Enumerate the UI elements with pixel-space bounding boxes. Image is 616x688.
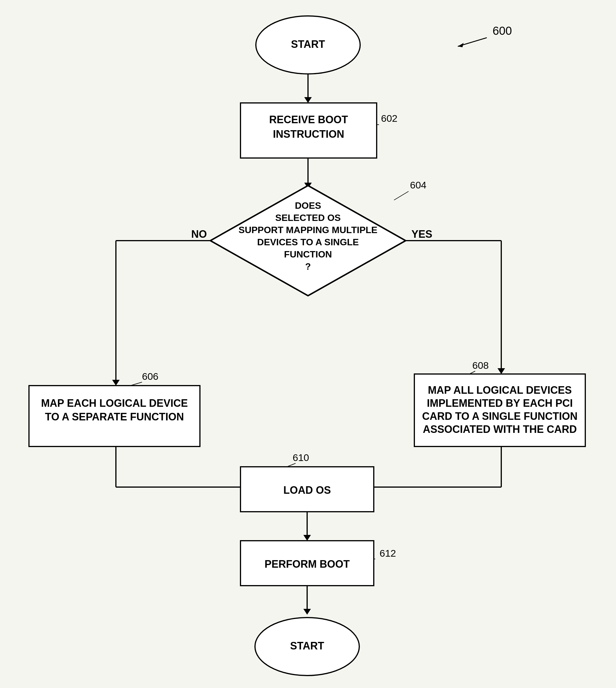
yes-label: YES	[412, 228, 432, 240]
decision-line5: FUNCTION	[284, 249, 332, 259]
decision-line4: DEVICES TO A SINGLE	[257, 237, 359, 247]
decision-line1: DOES	[295, 200, 321, 211]
perform-boot-label: PERFORM BOOT	[265, 558, 350, 570]
ref-604: 604	[410, 179, 426, 191]
load-os-label: LOAD OS	[283, 484, 331, 496]
ref-600: 600	[492, 24, 512, 37]
ref-606: 606	[142, 371, 158, 382]
map-single-line2: IMPLEMENTED BY EACH PCI	[427, 397, 573, 409]
decision-line2: SELECTED OS	[275, 213, 341, 223]
diagram-container: 600 START RECEIVE BOOT INSTRUCTION 602 D…	[0, 0, 616, 688]
map-single-line4: ASSOCIATED WITH THE CARD	[423, 423, 577, 435]
receive-boot-line2: INSTRUCTION	[273, 128, 344, 140]
start-top-label: START	[291, 38, 325, 50]
map-single-line3: CARD TO A SINGLE FUNCTION	[422, 410, 578, 422]
ref-608: 608	[472, 360, 489, 371]
start-bottom-label: START	[290, 640, 324, 652]
map-single-line1: MAP ALL LOGICAL DEVICES	[428, 384, 572, 396]
ref-610: 610	[293, 452, 309, 463]
map-separate-line2: TO A SEPARATE FUNCTION	[45, 411, 184, 423]
map-separate-line1: MAP EACH LOGICAL DEVICE	[41, 397, 188, 409]
no-label: NO	[191, 228, 207, 240]
ref-612: 612	[379, 548, 396, 559]
receive-boot-line1: RECEIVE BOOT	[269, 114, 348, 126]
decision-line3: SUPPORT MAPPING MULTIPLE	[239, 225, 377, 235]
decision-line6: ?	[305, 261, 311, 272]
ref-602: 602	[381, 113, 398, 124]
